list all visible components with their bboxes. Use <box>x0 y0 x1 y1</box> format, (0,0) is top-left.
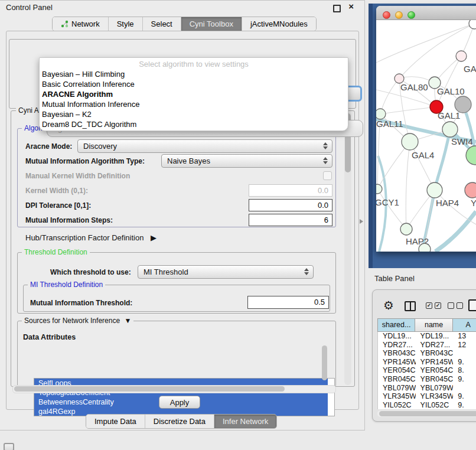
tab-style[interactable]: Style <box>109 17 143 31</box>
table-row[interactable]: YBR045CYBR045C9. <box>378 375 476 384</box>
network-node-y[interactable] <box>465 182 476 198</box>
network-node-gal4[interactable] <box>402 133 418 150</box>
table-cell[interactable]: YDR27... <box>378 341 416 350</box>
close-icon[interactable]: × <box>348 1 354 11</box>
table-cell[interactable]: 9. <box>453 392 476 401</box>
table-cell[interactable]: YBL079W <box>416 384 454 393</box>
algorithm-option-bayesian-hill-climbing[interactable]: Bayesian – Hill Climbing <box>42 69 345 79</box>
table-cell[interactable]: YDL19... <box>378 332 416 341</box>
table-cell[interactable]: YER054C <box>378 366 416 375</box>
table-cell[interactable]: YER054C <box>416 366 454 375</box>
table-cell[interactable]: YPR145W <box>416 358 454 367</box>
table-cell[interactable]: YBR043C <box>378 349 416 358</box>
network-node-swi4[interactable] <box>442 122 458 137</box>
splitter-arrow-icon[interactable] <box>360 219 363 224</box>
hub-definition-toggle[interactable]: Hub/Transcription Factor Definition ▶ <box>25 233 157 242</box>
table-row[interactable]: YER054CYER054C8. <box>378 366 476 375</box>
split-columns-icon[interactable] <box>405 301 416 311</box>
network-node-unlabeled[interactable] <box>455 96 471 113</box>
table-row[interactable]: YDR27...YDR27...12 <box>378 341 476 350</box>
settings-hscrollbar[interactable] <box>12 385 336 393</box>
new-table-icon[interactable] <box>468 299 476 311</box>
table-cell[interactable] <box>453 384 476 393</box>
tab-cyni-toolbox[interactable]: Cyni Toolbox <box>181 17 242 31</box>
table-row[interactable]: YBL079WYBL079W <box>378 384 476 393</box>
tab-impute-data[interactable]: Impute Data <box>86 415 145 428</box>
network-window-titlebar[interactable] <box>376 6 476 20</box>
column-header-name[interactable]: name <box>415 318 453 332</box>
network-node-unlabeled[interactable] <box>419 243 431 252</box>
attributes-scrollbar-thumb[interactable] <box>322 345 327 380</box>
table-cell[interactable]: YDR27... <box>416 341 454 350</box>
table-row[interactable]: YIL052CYIL052C9. <box>378 401 476 409</box>
apply-button[interactable]: Apply <box>159 396 200 409</box>
table-cell[interactable]: 13 <box>453 332 476 341</box>
table-cell[interactable]: 8. <box>453 366 476 375</box>
table-row[interactable]: YLR345WYLR345W9. <box>378 392 476 401</box>
mi-steps-field[interactable]: 6 <box>249 214 332 226</box>
network-node-unlabeled[interactable] <box>469 20 476 29</box>
settings-hscrollbar-thumb[interactable] <box>14 386 285 392</box>
float-window-icon[interactable] <box>333 5 341 12</box>
table-cell[interactable]: 9. <box>453 401 476 409</box>
table-hscrollbar[interactable] <box>377 410 476 417</box>
tab-jactivemnodules[interactable]: jActiveMNodules <box>242 17 316 31</box>
algorithm-option-bayesian-k2[interactable]: Bayesian – K2 <box>42 109 345 119</box>
which-threshold-combo[interactable]: MI Threshold <box>138 265 314 279</box>
expand-right-icon: ▶ <box>151 233 157 242</box>
network-node-gcy1[interactable] <box>376 184 382 194</box>
tab-infer-network[interactable]: Infer Network <box>214 415 276 428</box>
column-header-shared[interactable]: shared... <box>377 318 415 332</box>
settings-scrollbar[interactable] <box>344 112 351 385</box>
manual-kernel-checkbox[interactable] <box>323 171 332 180</box>
table-cell[interactable]: YBR045C <box>416 375 454 384</box>
table-cell[interactable]: YLR345W <box>378 392 416 401</box>
checked-box-icon: ✓ <box>435 302 441 309</box>
mi-type-combo[interactable]: Naive Bayes <box>161 154 332 168</box>
table-cell[interactable]: YIL052C <box>416 401 454 409</box>
table-cell[interactable]: 9. <box>453 375 476 384</box>
table-hscrollbar-thumb[interactable] <box>379 411 476 416</box>
aracne-mode-combo[interactable]: Discovery <box>77 139 332 153</box>
table-cell[interactable]: 12 <box>453 341 476 350</box>
algorithm-option-mutual-information-inference[interactable]: Mutual Information Inference <box>42 99 345 109</box>
zoom-traffic-light[interactable] <box>407 11 415 19</box>
network-node-hap4[interactable] <box>427 182 442 198</box>
algorithm-option-aracne-algorithm[interactable]: ARACNE Algorithm <box>42 89 345 99</box>
deselect-all-icon[interactable] <box>448 302 463 309</box>
table-row[interactable]: YBR043CYBR043C <box>378 349 476 358</box>
select-all-icon[interactable]: ✓✓ <box>426 302 441 309</box>
mi-threshold-field[interactable]: 0.5 <box>247 296 329 309</box>
network-node-hap2[interactable] <box>400 223 412 235</box>
table-cell[interactable]: YPR145W <box>378 358 416 367</box>
table-cell[interactable]: YLR345W <box>416 392 454 401</box>
table-cell[interactable]: YDL19... <box>416 332 454 341</box>
control-panel-title: Control Panel <box>6 3 53 12</box>
network-canvas[interactable]: GALGAL80GAL10GAL1SWI4GAL11GAL4GCY1HAP4YH… <box>376 20 476 252</box>
table-row[interactable]: YPR145WYPR145W9. <box>378 358 476 367</box>
network-node-unlabeled[interactable] <box>466 146 476 165</box>
sources-group-toggle[interactable]: Sources for Network Inference ▼ <box>22 317 133 325</box>
table-cell[interactable]: YBL079W <box>378 384 416 393</box>
tab-select[interactable]: Select <box>143 17 181 31</box>
mini-button[interactable] <box>4 443 14 450</box>
network-window: GALGAL80GAL10GAL1SWI4GAL11GAL4GCY1HAP4YH… <box>376 6 476 252</box>
dpi-tolerance-field[interactable]: 0.0 <box>249 199 332 211</box>
minimize-traffic-light[interactable] <box>395 11 403 19</box>
algorithm-option-basic-correlation-inference[interactable]: Basic Correlation Inference <box>42 79 345 89</box>
table-cell[interactable] <box>453 349 476 358</box>
tab-network[interactable]: Network <box>53 17 109 31</box>
table-cell[interactable]: 9. <box>453 358 476 367</box>
kernel-width-field[interactable]: 0.0 <box>249 184 332 197</box>
network-node-gal11[interactable] <box>376 109 386 119</box>
network-node-gal[interactable] <box>456 51 467 61</box>
algorithm-option-dream8-dc-tdc-algorithm[interactable]: Dream8 DC_TDC Algorithm <box>42 119 345 129</box>
table-cell[interactable]: YIL052C <box>378 401 416 409</box>
close-traffic-light[interactable] <box>383 11 390 19</box>
table-row[interactable]: YDL19...YDL19...13 <box>378 332 476 341</box>
gear-icon[interactable]: ⚙ <box>383 298 394 312</box>
table-cell[interactable]: YBR045C <box>378 375 416 384</box>
tab-discretize-data[interactable]: Discretize Data <box>145 415 214 428</box>
column-header-a[interactable]: A <box>453 318 476 332</box>
table-cell[interactable]: YBR043C <box>416 349 454 358</box>
